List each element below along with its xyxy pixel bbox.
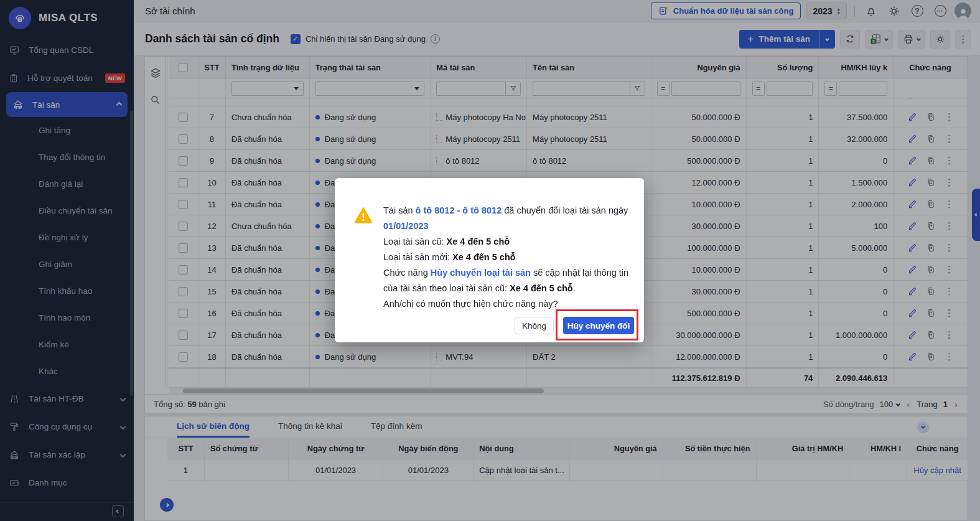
- undo-function-link[interactable]: Hủy chuyển loại tài sản: [431, 268, 531, 278]
- dialog-line-5: Anh/chị có muốn thực hiện chức năng này?: [383, 296, 629, 312]
- dialog-message: Tài sản ô tô 8012 - ô tô 8012 đã chuyển …: [383, 203, 629, 312]
- confirm-dialog: Tài sản ô tô 8012 - ô tô 8012 đã chuyển …: [335, 178, 644, 342]
- asset-link[interactable]: ô tô 8012 - ô tô 8012: [416, 205, 502, 215]
- dialog-line-2: Loại tài sản cũ: Xe 4 đến 5 chỗ: [383, 234, 629, 250]
- cancel-button[interactable]: Không: [515, 317, 554, 334]
- dialog-line-1: Tài sản ô tô 8012 - ô tô 8012 đã chuyển …: [383, 203, 629, 234]
- dialog-line-4: Chức năng Hủy chuyển loại tài sản sẽ cập…: [383, 265, 629, 296]
- confirm-undo-button[interactable]: Hủy chuyển đổi: [563, 317, 634, 334]
- date-text: 01/01/2023: [383, 221, 429, 231]
- dialog-line-3: Loại tài sản mới: Xe 4 đến 5 chỗ: [383, 250, 629, 265]
- warning-icon: [353, 205, 374, 225]
